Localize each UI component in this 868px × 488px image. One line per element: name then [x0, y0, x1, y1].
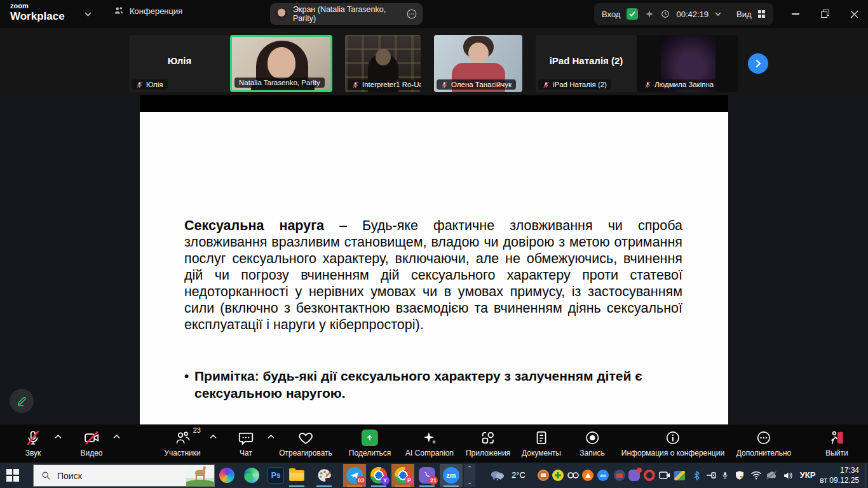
taskbar-search-input[interactable]: Поиск [33, 464, 215, 487]
scroll-up-icon[interactable]: ⌃ [467, 465, 472, 471]
toolbar-chat-button[interactable]: Чат [238, 429, 254, 458]
tray-orange-app-icon[interactable] [536, 468, 551, 483]
chrome-profile-p-badge: P [405, 476, 414, 485]
toolbar-apps-button[interactable]: Приложения [466, 429, 510, 458]
tray-screen-record-icon[interactable] [657, 468, 672, 483]
tray-onedrive-paused-icon[interactable] [764, 468, 779, 483]
taskbar-explorer-button[interactable] [285, 464, 308, 487]
taskbar-zoom-button[interactable]: zm [440, 464, 463, 487]
tray-defender-shield-icon[interactable]: ! [732, 468, 747, 483]
tab-conference[interactable]: Конференция [113, 5, 182, 17]
tray-clock[interactable]: 17:34 вт 09.12.25 [820, 465, 859, 485]
participant-tile-interpreter[interactable]: Interpreter1 Ro-Ua [345, 35, 421, 92]
ai-sparkle-icon[interactable] [644, 9, 654, 19]
tray-time: 17:34 [820, 465, 859, 475]
participant-tile-ipad[interactable]: iPad Наталія (2) iPad Наталія (2) [536, 35, 637, 92]
toolbar-info-button[interactable]: Информация о конференции [621, 429, 724, 458]
video-options-chevron[interactable] [113, 435, 120, 439]
chat-options-chevron[interactable] [268, 435, 275, 439]
shared-screen-top-bar [140, 95, 728, 112]
toolbar-more-button[interactable]: Дополнительно [736, 429, 791, 458]
taskbar-overflow-scroll[interactable]: ⌃⌄ [464, 464, 475, 487]
tray-zoom-icon[interactable]: zm [595, 468, 611, 483]
toolbar-video-button[interactable]: Видео [80, 429, 102, 458]
workspace-chevron-down-icon[interactable] [85, 12, 92, 17]
tray-network-monitor-icon[interactable] [672, 468, 687, 483]
tray-speaker-icon[interactable] [780, 468, 796, 483]
participant-name-label: Олена Танасійчук [437, 79, 516, 90]
login-button[interactable]: Вход [602, 10, 620, 19]
participant-tile-olena[interactable]: Олена Танасійчук [434, 35, 522, 92]
show-desktop-button[interactable] [865, 463, 868, 488]
bullet-marker: • [184, 367, 189, 384]
toolbar-ai-companion-label: AI Companion [405, 449, 454, 458]
audio-options-chevron[interactable] [55, 435, 62, 439]
participant-display-name: Юлія [129, 55, 230, 66]
minimize-button[interactable] [782, 0, 810, 28]
toolbar-record-button[interactable]: Запись [580, 429, 604, 458]
mic-muted-icon [352, 81, 359, 88]
toolbar-react-button[interactable]: Отреагировать [279, 429, 332, 458]
video-strip: Юлія Юлія Natalia Tarasenko, Parity Inte… [0, 28, 868, 95]
taskbar-chrome-p-button[interactable]: P [391, 464, 414, 487]
participant-tile-liudmyla[interactable]: Людмила Закіпна [637, 35, 738, 92]
start-button[interactable] [6, 469, 19, 482]
ai-companion-icon [421, 429, 438, 447]
tray-green-plus-icon[interactable] [550, 468, 566, 483]
restore-button[interactable] [811, 0, 839, 28]
weather-icon[interactable] [489, 468, 505, 483]
tray-language-indicator[interactable]: УКР [800, 470, 816, 480]
toolbar-docs-button[interactable]: Документы [522, 429, 561, 458]
next-participants-button[interactable] [748, 53, 768, 74]
toolbar-info-label: Информация о конференции [621, 449, 724, 458]
taskbar-chrome-yandex-button[interactable]: Y [367, 464, 390, 487]
tray-bluetooth-icon[interactable] [689, 468, 704, 483]
tab-conference-label: Конференция [130, 6, 182, 16]
view-button-label[interactable]: Вид [736, 10, 752, 19]
zoom-workplace-logo: zoom Workplace [10, 3, 65, 22]
search-placeholder: Поиск [57, 471, 82, 481]
timer-chevron-down-icon[interactable] [715, 12, 721, 16]
video-person-face [268, 47, 295, 79]
annotation-pencil-button[interactable] [10, 389, 34, 413]
participants-options-chevron[interactable] [210, 435, 217, 439]
toolbar-participants-button[interactable]: 23 Участники [164, 429, 200, 458]
participant-tile-yuliia[interactable]: Юлія Юлія [129, 35, 230, 92]
tray-creative-cloud-icon[interactable] [566, 468, 581, 483]
tray-wifi-icon[interactable] [749, 468, 764, 483]
search-highlight-deer-image[interactable] [186, 465, 214, 486]
tray-viber-icon[interactable] [627, 468, 642, 483]
taskbar-viber-button[interactable]: 21 [416, 464, 438, 487]
copilot-icon [219, 468, 234, 483]
close-button[interactable] [840, 0, 868, 28]
tray-opera-icon[interactable] [642, 468, 657, 483]
weather-temp[interactable]: 2°C [512, 470, 526, 480]
toolbar-react-label: Отреагировать [279, 449, 332, 458]
tray-microphone-icon[interactable] [717, 468, 733, 483]
tab-more-icon[interactable] [406, 8, 417, 20]
tab-screen-share[interactable]: Экран (Natalia Tarasenko, Parity) [270, 3, 423, 25]
participant-name-text: Юлія [146, 81, 163, 88]
participant-tile-natalia-active-speaker[interactable]: Natalia Tarasenko, Parity [230, 35, 332, 92]
taskbar-copilot-button[interactable] [215, 464, 238, 487]
participants-icon: 23 [174, 429, 191, 447]
logo-zoom-text: zoom [10, 3, 65, 10]
toolbar-share-button[interactable]: Поделиться [349, 429, 391, 458]
taskbar-edge-button[interactable] [240, 464, 263, 487]
timer-clock-icon [661, 10, 670, 18]
taskbar-paint-button[interactable] [313, 464, 336, 487]
tray-avast-icon[interactable] [580, 468, 595, 483]
toolbar-ai-companion-button[interactable]: AI Companion [405, 429, 454, 458]
taskbar-photoshop-button[interactable]: Ps [264, 464, 287, 487]
taskbar-telegram-button[interactable]: 03 [343, 464, 366, 487]
tray-red-app-icon[interactable] [612, 468, 627, 483]
toolbar-audio-button[interactable]: Звук [25, 429, 41, 458]
view-grid-icon[interactable] [758, 10, 766, 18]
tray-usb-icon[interactable] [703, 468, 719, 483]
participant-name-text: Людмила Закіпна [654, 81, 714, 88]
toolbar-share-label: Поделиться [349, 449, 391, 458]
toolbar-video-label: Видео [80, 449, 102, 458]
scroll-down-icon[interactable]: ⌄ [467, 479, 472, 485]
toolbar-leave-button[interactable]: Выйти [825, 429, 848, 458]
security-shield-icon[interactable] [627, 8, 638, 20]
